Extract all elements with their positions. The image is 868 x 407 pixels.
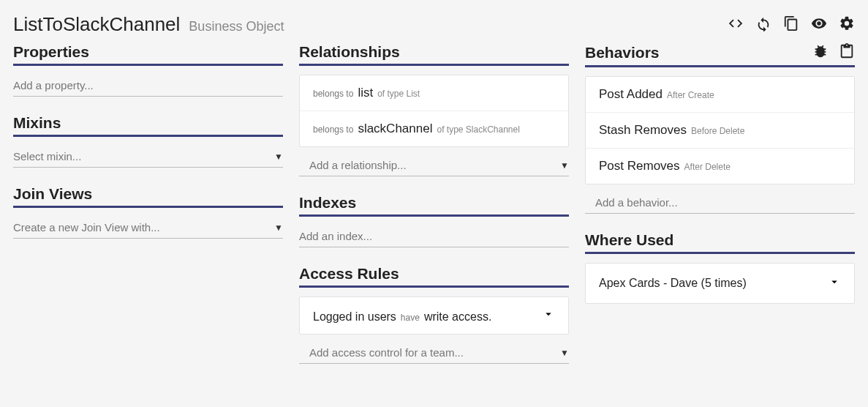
properties-section: Properties Add a property... — [13, 43, 283, 97]
relationship-name: list — [358, 86, 373, 100]
where-used-label: Apex Cards - Dave (5 times) — [599, 277, 747, 290]
access-rule-subject: Logged in users — [313, 310, 396, 324]
behavior-name: Stash Removes — [599, 123, 687, 138]
access-rule-verb: have — [401, 313, 420, 323]
add-access-rule-placeholder: Add access control for a team... — [309, 346, 464, 359]
where-used-section: Where Used Apex Cards - Dave (5 times) — [585, 231, 855, 304]
add-access-rule-dropdown[interactable]: Add access control for a team... ▼ — [299, 342, 569, 364]
add-behavior-input[interactable]: Add a behavior... — [585, 192, 855, 214]
add-index-input[interactable]: Add an index... — [299, 225, 569, 247]
relationship-type: of type List — [377, 89, 420, 99]
access-rule-row[interactable]: Logged in users have write access. — [300, 297, 568, 334]
behavior-name: Post Added — [599, 87, 663, 102]
page-subtitle: Business Object — [189, 19, 284, 34]
behavior-row[interactable]: Post Added After Create — [586, 77, 854, 113]
code-icon[interactable] — [728, 15, 744, 34]
behaviors-section: Behaviors Post Added After Create — [585, 43, 855, 214]
behavior-trigger: After Delete — [684, 162, 731, 172]
relationship-row[interactable]: belongs to list of type List — [300, 75, 568, 111]
gear-icon[interactable] — [839, 15, 855, 34]
access-rules-title: Access Rules — [299, 265, 399, 283]
mixins-title: Mixins — [13, 114, 61, 132]
chevron-down-icon: ▼ — [274, 223, 283, 233]
create-join-view-placeholder: Create a new Join View with... — [13, 221, 160, 234]
select-mixin-placeholder: Select mixin... — [13, 150, 81, 163]
relationship-prefix: belongs to — [313, 89, 353, 99]
relationship-name: slackChannel — [358, 122, 432, 136]
indexes-title: Indexes — [299, 194, 356, 212]
behavior-row[interactable]: Post Removes After Delete — [586, 149, 854, 184]
access-rule-predicate: write access. — [424, 310, 491, 324]
add-relationship-dropdown[interactable]: Add a relationship... ▼ — [299, 154, 569, 176]
create-join-view-dropdown[interactable]: Create a new Join View with... ▼ — [13, 217, 283, 239]
where-used-row[interactable]: Apex Cards - Dave (5 times) — [586, 264, 854, 303]
relationship-row[interactable]: belongs to slackChannel of type SlackCha… — [300, 111, 568, 146]
add-relationship-placeholder: Add a relationship... — [309, 159, 407, 171]
properties-title: Properties — [13, 43, 89, 61]
where-used-title: Where Used — [585, 231, 673, 249]
refresh-icon[interactable] — [755, 15, 771, 34]
clipboard-icon[interactable] — [839, 43, 855, 62]
chevron-down-icon: ▼ — [560, 348, 569, 358]
bug-icon[interactable] — [812, 43, 829, 62]
mixins-section: Mixins Select mixin... ▼ — [13, 114, 283, 168]
indexes-section: Indexes Add an index... — [299, 194, 569, 247]
relationship-type: of type SlackChannel — [437, 124, 519, 135]
access-rules-section: Access Rules Logged in users have write … — [299, 265, 569, 364]
behavior-row[interactable]: Stash Removes Before Delete — [586, 113, 854, 149]
chevron-down-icon[interactable] — [828, 275, 841, 291]
behavior-trigger: Before Delete — [691, 126, 744, 136]
chevron-down-icon[interactable] — [542, 307, 555, 324]
relationships-section: Relationships belongs to list of type Li… — [299, 43, 569, 176]
behavior-trigger: After Create — [667, 90, 714, 100]
join-views-section: Join Views Create a new Join View with..… — [13, 185, 283, 239]
copy-icon[interactable] — [783, 15, 799, 34]
eye-icon[interactable] — [811, 15, 827, 34]
page-title: ListToSlackChannel — [13, 13, 180, 36]
add-property-input[interactable]: Add a property... — [13, 75, 283, 97]
relationship-prefix: belongs to — [313, 124, 353, 135]
join-views-title: Join Views — [13, 185, 92, 203]
toolbar — [728, 15, 855, 34]
select-mixin-dropdown[interactable]: Select mixin... ▼ — [13, 146, 283, 168]
chevron-down-icon: ▼ — [560, 160, 569, 171]
relationships-title: Relationships — [299, 43, 400, 61]
chevron-down-icon: ▼ — [274, 152, 283, 162]
behaviors-title: Behaviors — [585, 44, 660, 61]
behavior-name: Post Removes — [599, 159, 680, 173]
